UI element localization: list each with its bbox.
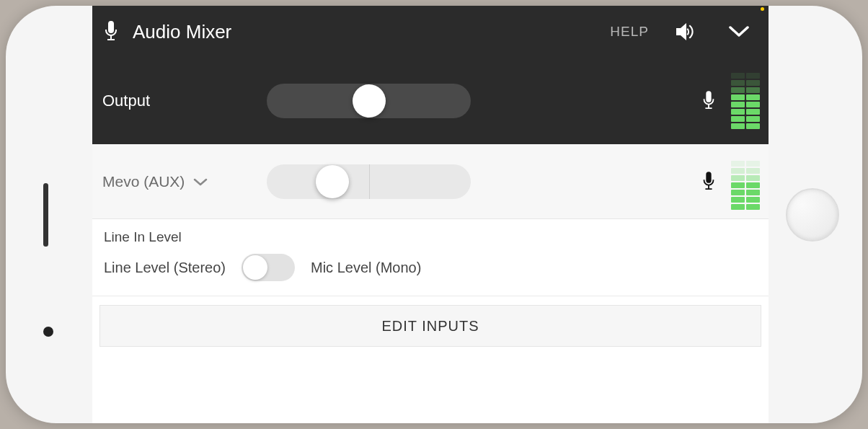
earpiece-speaker [43,183,48,247]
line-in-heading: Line In Level [104,229,757,245]
slider-center-divider [369,164,370,199]
edit-inputs-button[interactable]: EDIT INPUTS [99,305,761,347]
speaker-icon[interactable] [676,22,699,42]
app-screen: Audio Mixer HELP Output [92,6,769,423]
phone-left-hardware [6,6,92,423]
status-dot [761,7,764,11]
input-slider-thumb[interactable] [316,165,349,198]
input-row: Mevo (AUX) [92,144,769,219]
line-level-stereo-label: Line Level (Stereo) [104,260,226,276]
toggle-knob [243,255,267,280]
page-title: Audio Mixer [133,21,597,43]
input-source-label: Mevo (AUX) [102,173,185,190]
output-row: Output [92,58,769,144]
edit-inputs-label: EDIT INPUTS [381,318,479,335]
line-in-section: Line In Level Line Level (Stereo) Mic Le… [92,219,769,296]
input-level-meter [730,154,761,210]
chevron-down-icon[interactable] [728,25,750,38]
chevron-down-icon [193,173,208,190]
microphone-icon[interactable] [102,21,120,43]
help-button[interactable]: HELP [610,24,649,40]
mic-level-mono-label: Mic Level (Mono) [311,260,421,276]
output-level-meter [730,73,761,129]
phone-right-hardware [769,6,862,423]
home-button[interactable] [786,188,839,242]
output-slider-thumb[interactable] [353,84,386,118]
input-balance-slider[interactable] [267,164,471,199]
microphone-icon[interactable] [701,172,717,192]
front-camera [43,327,53,337]
microphone-icon[interactable] [701,91,717,111]
header-bar: Audio Mixer HELP [92,6,769,58]
input-source-dropdown[interactable]: Mevo (AUX) [102,173,254,190]
output-slider[interactable] [267,84,471,118]
line-in-toggle[interactable] [242,254,295,281]
phone-frame: Audio Mixer HELP Output [6,6,862,423]
output-label: Output [102,92,254,110]
